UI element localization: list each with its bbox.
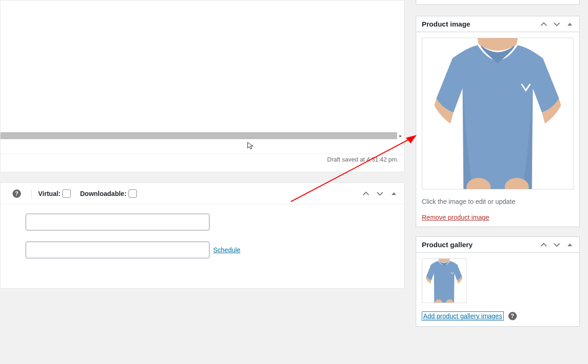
product-image-body: Click the image to edit or update Remove… [416, 32, 579, 227]
gallery-thumbnail[interactable] [422, 258, 466, 303]
product-image-panel: Product image [416, 16, 580, 227]
product-gallery-panel: Product gallery [416, 236, 580, 327]
previous-panel-edge [416, 0, 580, 5]
editor-content-area[interactable] [0, 0, 404, 130]
product-gallery-body: Add product gallery images ? [416, 253, 579, 326]
downloadable-checkbox[interactable] [128, 189, 137, 198]
sale-price-input[interactable] [26, 242, 210, 258]
collapse-triangle-icon[interactable] [566, 20, 574, 28]
help-icon[interactable]: ? [13, 189, 21, 198]
sale-price-row: Schedule [6, 242, 399, 258]
chevron-down-icon[interactable] [553, 20, 561, 28]
gallery-add-row: Add product gallery images ? [422, 311, 574, 321]
chevron-up-icon[interactable] [540, 241, 547, 249]
product-image-title: Product image [422, 20, 540, 28]
product-image-hint: Click the image to edit or update [422, 198, 574, 205]
chevron-up-icon[interactable] [540, 20, 547, 28]
schedule-link[interactable]: Schedule [213, 246, 240, 254]
product-gallery-title: Product gallery [422, 241, 540, 249]
product-image-thumbnail[interactable] [422, 38, 574, 189]
annotation-arrow-icon [289, 134, 419, 204]
cursor-icon [247, 142, 255, 150]
virtual-checkbox[interactable] [62, 189, 71, 198]
regular-price-input[interactable] [26, 214, 210, 230]
separator [31, 189, 32, 198]
svg-marker-5 [406, 135, 417, 143]
tshirt-image-icon [422, 38, 573, 189]
add-gallery-images-link[interactable]: Add product gallery images [422, 311, 504, 321]
product-image-header: Product image [416, 16, 579, 32]
remove-product-image-link[interactable]: Remove product image [422, 214, 489, 221]
product-data-body: Schedule [0, 204, 404, 288]
svg-line-4 [291, 138, 412, 202]
collapse-triangle-icon[interactable] [566, 241, 574, 249]
chevron-down-icon[interactable] [553, 241, 561, 249]
help-icon[interactable]: ? [508, 312, 517, 320]
product-gallery-header: Product gallery [416, 237, 579, 253]
regular-price-row [6, 214, 399, 230]
tshirt-image-icon [422, 259, 466, 303]
sidebar-column: Product image [416, 0, 580, 364]
virtual-label: Virtual: [38, 190, 61, 197]
downloadable-label: Downloadable: [80, 190, 127, 197]
